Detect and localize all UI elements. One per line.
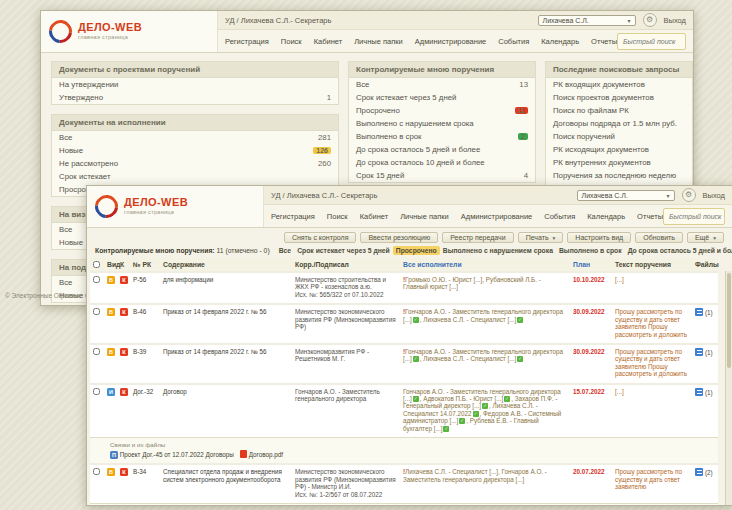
- panel-item-label: Утверждено: [59, 93, 103, 102]
- menu-item-Кабинет[interactable]: Кабинет: [314, 37, 343, 46]
- menu-item-Отчеты[interactable]: Отчеты: [591, 37, 617, 46]
- menu-item-Администрирование[interactable]: Администрирование: [415, 37, 487, 46]
- panel-item[interactable]: РК исходящих документов: [546, 143, 692, 156]
- attachment-icon[interactable]: [695, 308, 703, 316]
- toolbar-button-Настроить вид[interactable]: Настроить вид: [567, 232, 631, 243]
- cell-rk-number[interactable]: В-39: [130, 344, 160, 384]
- panel-item[interactable]: На утверждении: [52, 78, 338, 91]
- panel-item[interactable]: РК внутренних документов: [546, 156, 692, 169]
- menu-item-События[interactable]: События: [544, 212, 575, 221]
- panel-item[interactable]: Срок истекает: [52, 170, 338, 183]
- attachment-icon[interactable]: [695, 388, 703, 396]
- linked-doc-link[interactable]: Проект Дог.-45 от 12.07.2022 Договоры: [120, 451, 234, 458]
- cell-rk-number[interactable]: В-34: [130, 464, 160, 503]
- cell-executors: !Лихачева С.Л. - Специалист [...], Гонча…: [400, 464, 570, 503]
- row-checkbox[interactable]: [93, 276, 100, 283]
- menu-item-Календарь[interactable]: Календарь: [587, 212, 625, 221]
- table-row[interactable]: ИКДог.-32ДоговорГончаров А.О. - Заместит…: [90, 384, 718, 438]
- menu-item-Поиск[interactable]: Поиск: [281, 37, 302, 46]
- toolbar-button-Обновить[interactable]: Обновить: [635, 232, 683, 243]
- panel-item[interactable]: Все281: [52, 131, 338, 144]
- toolbar-button-Печать[interactable]: Печать▾: [518, 232, 564, 243]
- panel-item[interactable]: Поручения за последнюю неделю: [546, 169, 692, 182]
- panel-body: Все13Срок истекает через 5 днейПросрочен…: [349, 78, 535, 182]
- panel-item[interactable]: Срок 15 дней4: [349, 169, 535, 182]
- filter-Все[interactable]: Все: [276, 246, 294, 255]
- panel-item[interactable]: Выполнено с нарушением срока: [349, 117, 535, 130]
- panel-item[interactable]: До срока осталось 10 дней и более: [349, 156, 535, 169]
- select-all-checkbox[interactable]: [93, 261, 100, 268]
- logout-link[interactable]: Выход: [703, 191, 725, 200]
- logout-link[interactable]: Выход: [664, 16, 686, 25]
- app-logo[interactable]: ДЕЛО-WEB главная страница: [41, 11, 218, 52]
- panel-item[interactable]: Поиск проектов документов: [546, 91, 692, 104]
- panel-item[interactable]: Новые126: [52, 144, 338, 157]
- settings-gear-icon[interactable]: ⚙: [643, 13, 657, 27]
- filter-Срок истекает через 5 дней[interactable]: Срок истекает через 5 дней: [294, 246, 393, 255]
- settings-gear-icon[interactable]: ⚙: [682, 188, 696, 202]
- main-menu: РегистрацияПоискКабинетЛичные папкиАдмин…: [225, 37, 617, 46]
- toolbar-button-Реестр передачи[interactable]: Реестр передачи: [442, 232, 513, 243]
- panel-item-label: На утверждении: [59, 80, 118, 89]
- attachment-icon[interactable]: [695, 468, 703, 476]
- menu-item-Поиск[interactable]: Поиск: [327, 212, 348, 221]
- panel-item[interactable]: Поиск по файлам РК: [546, 104, 692, 117]
- toolbar-button-Ввести резолюцию[interactable]: Ввести резолюцию: [360, 232, 438, 243]
- filter-Выполнено в срок[interactable]: Выполнено в срок: [556, 246, 625, 255]
- panel-item[interactable]: Не рассмотрено260: [52, 157, 338, 170]
- panel-item[interactable]: Все13: [349, 78, 535, 91]
- menu-item-Регистрация[interactable]: Регистрация: [271, 212, 315, 221]
- panel-item[interactable]: До срока осталось 5 дней и более: [349, 143, 535, 156]
- panel-item[interactable]: Договоры подряда от 1.5 млн руб.: [546, 117, 692, 130]
- cell-rk-number[interactable]: Дог.-32: [130, 384, 160, 438]
- menu-item-Отчеты[interactable]: Отчеты: [637, 212, 663, 221]
- user-select[interactable]: Лихачева С.Л. ▾: [538, 15, 636, 26]
- correspondent-line: Министерство строительства и ЖКХ РФ - ко…: [295, 276, 397, 291]
- user-select[interactable]: Лихачева С.Л. ▾: [577, 190, 675, 201]
- column-header-select[interactable]: [90, 258, 104, 272]
- quick-search-input[interactable]: [664, 213, 725, 220]
- cell-executors: !Громыко О.Ю. - Юрист [...], Рубановский…: [400, 272, 570, 304]
- panel-item[interactable]: Выполнено в срок2: [349, 130, 535, 143]
- menu-item-Администрирование[interactable]: Администрирование: [461, 212, 533, 221]
- row-checkbox[interactable]: [93, 348, 100, 355]
- panel-item[interactable]: Утверждено1: [52, 91, 338, 104]
- panel-item[interactable]: РК входящих документов: [546, 78, 692, 91]
- menu-item-Регистрация[interactable]: Регистрация: [225, 37, 269, 46]
- toolbar-button-Снять с контроля[interactable]: Снять с контроля: [284, 232, 357, 243]
- linked-file-link[interactable]: Договор.pdf: [249, 451, 283, 458]
- menu-item-Календарь[interactable]: Календарь: [541, 37, 579, 46]
- column-header-План[interactable]: План: [570, 258, 612, 272]
- column-header-Все исполнители[interactable]: Все исполнители: [400, 258, 570, 272]
- panel-item[interactable]: Просрочено11: [349, 104, 535, 117]
- cell-rk-number[interactable]: В-46: [130, 304, 160, 344]
- cell-rk-number[interactable]: Р-56: [130, 272, 160, 304]
- panel-item-label: Срок истекает: [59, 172, 111, 181]
- menu-item-Кабинет[interactable]: Кабинет: [360, 212, 389, 221]
- menu-item-Личные папки[interactable]: Личные папки: [400, 212, 449, 221]
- cell-control: К: [117, 464, 130, 503]
- control-icon: К: [120, 468, 128, 476]
- panel-item-label: До срока осталось 5 дней и более: [356, 145, 480, 154]
- row-checkbox[interactable]: [93, 388, 100, 395]
- menu-item-События[interactable]: События: [498, 37, 529, 46]
- quick-search-input[interactable]: [618, 38, 686, 45]
- app-logo[interactable]: ДЕЛО-WEB главная страница: [87, 186, 264, 227]
- vertical-scrollbar[interactable]: [725, 271, 732, 506]
- attachment-icon[interactable]: [695, 348, 703, 356]
- panel-item[interactable]: Срок истекает через 5 дней: [349, 91, 535, 104]
- row-checkbox[interactable]: [93, 308, 100, 315]
- filter-Просрочено[interactable]: Просрочено: [393, 246, 440, 255]
- table-row[interactable]: ВКВ-39Приказ от 14 февраля 2022 г. № 56М…: [90, 344, 718, 384]
- table-row[interactable]: ВКР-56для информацииМинистерство строите…: [90, 272, 718, 304]
- scrollbar-thumb[interactable]: [727, 273, 731, 368]
- row-checkbox[interactable]: [93, 468, 100, 475]
- toolbar-button-Ещё[interactable]: Ещё▾: [687, 232, 724, 243]
- filter-До срока осталось 5 дней и более[interactable]: До срока осталось 5 дней и более: [625, 246, 732, 255]
- panel-item[interactable]: Поиск поручений: [546, 130, 692, 143]
- filter-Выполнено с нарушением срока[interactable]: Выполнено с нарушением срока: [440, 246, 556, 255]
- assignments-label: Контролируемые мною поручения:: [95, 247, 215, 254]
- menu-item-Личные папки[interactable]: Личные папки: [354, 37, 403, 46]
- table-row[interactable]: ВКВ-46Приказ от 14 февраля 2022 г. № 56М…: [90, 304, 718, 344]
- table-row[interactable]: ВКВ-34Специалист отдела продаж и внедрен…: [90, 464, 718, 503]
